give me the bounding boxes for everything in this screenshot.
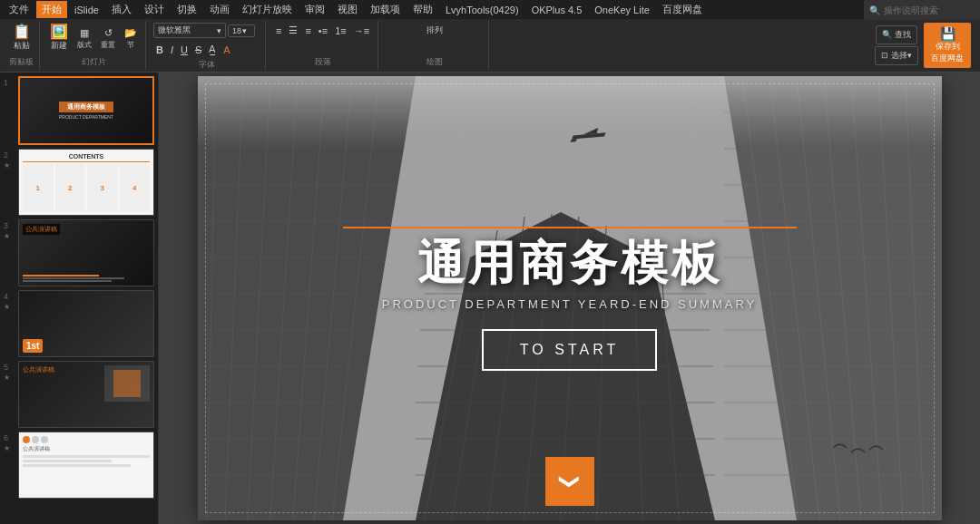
- dot-2: [32, 436, 39, 443]
- find-button[interactable]: 🔍 查找: [876, 25, 917, 44]
- section-icon: 📂: [124, 27, 137, 39]
- slide-thumb-2[interactable]: CONTENTS 1 2 3 4: [18, 149, 154, 216]
- slide-item-4[interactable]: 4 ★ 1st: [4, 290, 154, 357]
- slide-content: 通用商务模板 PRODUCT DEPARTMENT YEARD-END SUMM…: [198, 76, 942, 520]
- font-color-button[interactable]: A: [220, 43, 232, 57]
- start-button[interactable]: TO START: [482, 329, 657, 371]
- menu-addins[interactable]: 加载项: [365, 1, 406, 18]
- paste-icon: 📋: [13, 24, 31, 39]
- arrange-button[interactable]: 排列: [424, 23, 446, 38]
- save-icon: 💾: [931, 26, 964, 41]
- star-mark-5: ★: [4, 374, 10, 382]
- dot-1: [23, 436, 30, 443]
- menu-onekey[interactable]: OneKey Lite: [589, 3, 655, 17]
- slide-thumb-3[interactable]: 公共演讲稿: [18, 219, 154, 286]
- toolbar: 文件 开始 iSlide 插入 设计 切换 动画 幻灯片放映 审阅 视图 加载项…: [0, 0, 980, 73]
- font-size-select[interactable]: 18 ▾: [228, 24, 255, 37]
- menu-bar: 文件 开始 iSlide 插入 设计 切换 动画 幻灯片放映 审阅 视图 加载项…: [0, 0, 980, 19]
- font-size-chevron-icon: ▾: [242, 26, 247, 35]
- font-select[interactable]: 微软雅黑 ▾: [153, 23, 226, 38]
- menu-transitions[interactable]: 切换: [172, 1, 202, 18]
- shadow-button[interactable]: A̲: [206, 42, 219, 57]
- chevron-down-icon: ▾: [217, 26, 221, 35]
- search-icon: 🔍: [869, 5, 880, 15]
- ribbon: 📋 粘贴 剪贴板 🖼️ 新建 ▦ 版式 ↺ 重置: [0, 19, 980, 72]
- new-slide-button[interactable]: 🖼️ 新建: [47, 23, 71, 53]
- main-area: 1 通用商务模板 PRODUCT DEPARTMENT 2 ★ CONTENTS: [0, 73, 980, 524]
- search-bar[interactable]: 🔍: [864, 0, 980, 20]
- menu-lvyhtools[interactable]: LvyhTools(0429): [440, 3, 524, 17]
- menu-review[interactable]: 审阅: [299, 1, 330, 18]
- strikethrough-button[interactable]: S: [192, 43, 204, 57]
- slide-thumb-5[interactable]: 公共演讲稿: [18, 361, 154, 428]
- menu-insert[interactable]: 插入: [106, 1, 137, 18]
- menu-view[interactable]: 视图: [332, 1, 363, 18]
- canvas-area: 通用商务模板 PRODUCT DEPARTMENT YEARD-END SUMM…: [159, 73, 980, 524]
- line-2: [23, 460, 112, 462]
- col-4: 4: [120, 164, 151, 211]
- line-1: [23, 455, 150, 458]
- menu-file[interactable]: 文件: [4, 1, 34, 18]
- bullet-button[interactable]: •≡: [316, 24, 330, 38]
- right-panel: 🔍 查找 ⊡ 选择▾ 💾 保存到 百度网盘: [875, 21, 976, 70]
- align-right-button[interactable]: ≡: [302, 24, 313, 38]
- slide6-label: 公共演讲稿: [23, 445, 150, 453]
- layout-icon: ▦: [80, 27, 89, 39]
- col-3: 3: [87, 164, 118, 211]
- section-button[interactable]: 📂 节: [122, 25, 140, 52]
- star-mark-3: ★: [4, 232, 10, 240]
- align-center-button[interactable]: ☰: [286, 23, 300, 38]
- slide-thumb-6[interactable]: 公共演讲稿: [18, 432, 154, 499]
- underline-button[interactable]: U: [178, 43, 191, 57]
- star-mark-4: ★: [4, 303, 10, 311]
- slide-number-3: 3: [4, 221, 15, 230]
- menu-help[interactable]: 帮助: [407, 1, 438, 18]
- col-1: 1: [23, 164, 54, 211]
- bold-button[interactable]: B: [153, 43, 166, 57]
- slide-number-1: 1: [4, 78, 15, 87]
- slide-number-4: 4: [4, 292, 15, 301]
- slide-item-3[interactable]: 3 ★ 公共演讲稿: [4, 219, 154, 286]
- slide-item-6[interactable]: 6 ★ 公共演讲稿: [4, 432, 154, 499]
- chevron-down-icon: ❯: [560, 473, 580, 490]
- slide-number-2: 2: [4, 150, 15, 160]
- select-button[interactable]: ⊡ 选择▾: [875, 46, 918, 65]
- col-2: 2: [55, 164, 86, 211]
- align-left-button[interactable]: ≡: [273, 24, 284, 38]
- menu-baidu[interactable]: 百度网盘: [657, 1, 708, 18]
- slide2-header: CONTENTS: [23, 153, 150, 162]
- numbering-button[interactable]: 1≡: [332, 24, 349, 38]
- font-group: 微软雅黑 ▾ 18 ▾ B I U S A̲ A 字体: [148, 21, 266, 70]
- layout-button[interactable]: ▦ 版式: [74, 25, 94, 52]
- main-title: 通用商务模板: [417, 239, 722, 286]
- save-baidu-button[interactable]: 💾 保存到 百度网盘: [924, 23, 971, 68]
- slide-canvas[interactable]: 通用商务模板 PRODUCT DEPARTMENT YEARD-END SUMM…: [198, 76, 942, 520]
- draw-group: 排列 绘图: [380, 21, 489, 70]
- indent-button[interactable]: →≡: [351, 24, 372, 38]
- reset-button[interactable]: ↺ 重置: [98, 25, 118, 52]
- reset-icon: ↺: [104, 27, 113, 39]
- menu-animations[interactable]: 动画: [204, 1, 235, 18]
- italic-button[interactable]: I: [168, 43, 176, 57]
- sub-title: PRODUCT DEPARTMENT YEARD-END SUMMARY: [382, 297, 758, 311]
- slide-number-5: 5: [4, 363, 15, 372]
- line-3: [23, 464, 131, 467]
- slide-item-2[interactable]: 2 ★ CONTENTS 1 2 3 4: [4, 149, 154, 216]
- slide-item-1[interactable]: 1 通用商务模板 PRODUCT DEPARTMENT: [4, 76, 154, 145]
- menu-home[interactable]: 开始: [36, 1, 67, 18]
- menu-okplus[interactable]: OKPlus 4.5: [526, 3, 588, 17]
- slide-group: 🖼️ 新建 ▦ 版式 ↺ 重置 📂 节 幻灯片: [42, 21, 146, 70]
- slide3-label: 公共演讲稿: [23, 224, 60, 235]
- star-mark-6: ★: [4, 444, 10, 452]
- paragraph-group: ≡ ☰ ≡ •≡ 1≡ →≡ 段落: [268, 21, 378, 70]
- scroll-down-button[interactable]: ❯: [545, 457, 594, 506]
- menu-design[interactable]: 设计: [139, 1, 170, 18]
- slide-thumb-1[interactable]: 通用商务模板 PRODUCT DEPARTMENT: [18, 76, 154, 145]
- menu-slideshow[interactable]: 幻灯片放映: [237, 1, 298, 18]
- search-input[interactable]: [884, 5, 975, 15]
- slide-panel: 1 通用商务模板 PRODUCT DEPARTMENT 2 ★ CONTENTS: [0, 73, 159, 524]
- slide-thumb-4[interactable]: 1st: [18, 290, 154, 357]
- menu-islide[interactable]: iSlide: [69, 3, 104, 17]
- paste-button[interactable]: 📋 粘贴: [10, 23, 34, 53]
- slide-item-5[interactable]: 5 ★ 公共演讲稿: [4, 361, 154, 428]
